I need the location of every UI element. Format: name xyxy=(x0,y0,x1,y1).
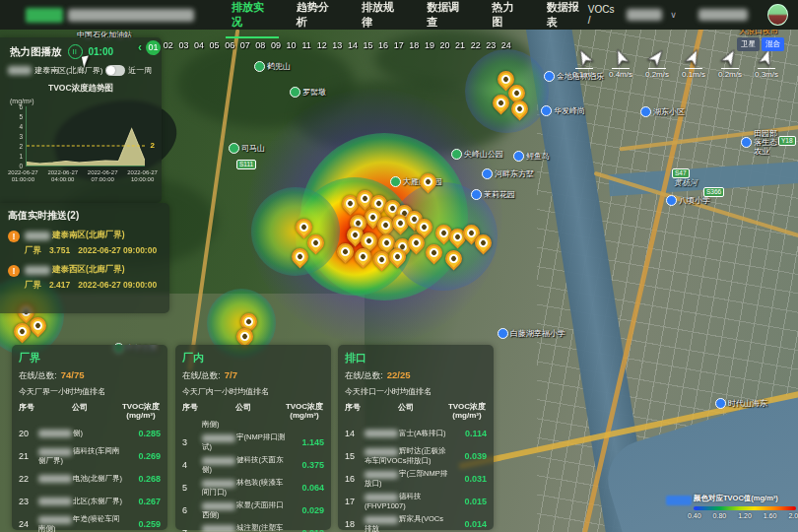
hour-chip-13[interactable]: 13 xyxy=(330,40,346,55)
hour-chip-17[interactable]: 17 xyxy=(391,40,407,55)
hour-chip-19[interactable]: 19 xyxy=(422,40,437,55)
company-redacted xyxy=(25,232,50,240)
wind-indicator: 0.3m/s xyxy=(754,47,779,79)
tvoc-value: 0.064 xyxy=(287,483,324,493)
map-label: 黄杨河 xyxy=(674,177,698,188)
rank-row[interactable]: 21德科技(车间南侧厂界)0.269 xyxy=(19,444,161,467)
rank-row[interactable]: 15辉时达(正极涂布车间VOCs排放口)0.039 xyxy=(345,444,487,467)
hour-chip-14[interactable]: 14 xyxy=(345,40,361,55)
rank-row[interactable]: 23北区(东侧厂界)0.267 xyxy=(19,490,161,512)
rank-row[interactable]: 16宇(三部NMP排放口)0.031 xyxy=(345,467,487,490)
company-redacted xyxy=(202,457,235,465)
map-pin[interactable] xyxy=(441,246,465,270)
rank-row[interactable]: 20侧)0.285 xyxy=(19,422,161,444)
map-pin[interactable] xyxy=(416,169,439,193)
rank-row[interactable]: 18辉家具(VOCs排放0.014 xyxy=(345,512,487,532)
rank-number: 7 xyxy=(182,528,202,532)
push-type: 厂界 xyxy=(25,245,41,257)
tvoc-value: 0.285 xyxy=(123,429,161,438)
panel-in-factory: 厂内 在线/总数:7/7 今天厂内一小时均值排名 序号 公司 TVOC浓度(mg… xyxy=(175,345,331,530)
map-pin[interactable] xyxy=(422,240,445,264)
poi-icon xyxy=(290,87,300,98)
poi-icon xyxy=(451,149,462,160)
hour-chip-24[interactable]: 24 xyxy=(499,40,514,55)
heat-legend: 颜色对应TVOC值(mg/m³) 0.400.80 1.201.60 2.00 xyxy=(666,494,798,519)
top-navbar: 排放实况 趋势分析 排放规律 数据调查 热力图 数据报表 VOCs / ∨ xyxy=(0,0,798,30)
hour-chip-18[interactable]: 18 xyxy=(407,40,423,55)
wind-speed: 0.2m/s xyxy=(645,70,669,79)
site-name-redacted xyxy=(8,66,32,75)
rank-row[interactable]: 6家显(天面排口西侧)0.029 xyxy=(182,499,324,521)
wrapped-text: 南侧) xyxy=(202,420,324,429)
nav-item-survey[interactable]: 数据调查 xyxy=(427,0,468,30)
hour-chip-10[interactable]: 10 xyxy=(284,40,299,55)
alert-icon: ! xyxy=(8,265,20,277)
map-label: 时代山海东 xyxy=(715,398,767,409)
poi-icon xyxy=(513,151,524,162)
pause-button[interactable]: || xyxy=(68,44,83,59)
hour-chip-06[interactable]: 06 xyxy=(222,40,237,55)
rank-row[interactable]: 4健科技(天面东侧)0.375 xyxy=(182,453,324,476)
nav-item-report[interactable]: 数据报表 xyxy=(547,0,588,30)
chevron-down-icon[interactable]: ∨ xyxy=(670,10,677,20)
hour-chip-08[interactable]: 08 xyxy=(253,40,269,55)
hour-chip-03[interactable]: 03 xyxy=(176,40,192,55)
chart-title: TVOC浓度趋势图 xyxy=(0,83,162,95)
map-type-hybrid-button[interactable]: 混合 xyxy=(762,37,784,51)
rank-row[interactable]: 22电池(北侧厂界)0.268 xyxy=(19,467,161,490)
hour-chip-07[interactable]: 07 xyxy=(237,40,253,55)
rank-row[interactable]: 14富士(A栋排口)0.114 xyxy=(345,422,487,444)
hour-chip-05[interactable]: 05 xyxy=(207,40,223,55)
nav-item-pattern[interactable]: 排放规律 xyxy=(362,0,403,30)
map-pin[interactable] xyxy=(288,244,311,268)
rank-row[interactable]: 7城注塑(注塑车间)0.012 xyxy=(182,521,324,532)
push-time: 2022-06-27 09:00:00 xyxy=(78,245,157,257)
hour-chip-04[interactable]: 04 xyxy=(191,40,207,55)
panel-title: 厂内 xyxy=(182,351,324,366)
hour-chip-15[interactable]: 15 xyxy=(361,40,376,55)
push-item[interactable]: ! 建泰南区(北廊厂界) 厂界 3.751 2022-06-27 09:00:0… xyxy=(8,230,169,257)
online-count: 74/75 xyxy=(61,369,85,380)
rank-number: 6 xyxy=(182,505,202,515)
wind-arrow-icon xyxy=(681,44,707,71)
tvoc-value: 0.267 xyxy=(123,497,161,506)
x-tick: 2022-06-2704:00:00 xyxy=(47,169,78,183)
hour-chip-23[interactable]: 23 xyxy=(483,40,499,55)
map-label: 罗髻墩 xyxy=(290,87,326,98)
rank-row[interactable]: 24年造(喷砼车间南侧)0.259 xyxy=(19,512,161,532)
panel-title: 厂界 xyxy=(19,351,161,366)
hour-chip-16[interactable]: 16 xyxy=(375,40,391,55)
tvoc-value: 0.375 xyxy=(287,460,324,470)
push-item[interactable]: ! 建泰西区(北廊厂界) 厂界 2.417 2022-06-27 09:00:0… xyxy=(8,264,169,292)
hour-chip-20[interactable]: 20 xyxy=(437,40,453,55)
high-value-push-panel: 高值实时推送(2) ! 建泰南区(北廊厂界) 厂界 3.751 2022-06-… xyxy=(0,203,169,313)
poi-icon xyxy=(471,189,482,200)
map-label: 湖东小区 xyxy=(640,106,685,117)
vocs-selected-value-redacted[interactable] xyxy=(627,9,663,21)
rank-row[interactable]: 17德科技(FHVP1007)0.015 xyxy=(345,490,487,512)
poi-icon xyxy=(666,195,677,206)
company-name: 侧) xyxy=(38,429,123,437)
hour-chip-09[interactable]: 09 xyxy=(268,40,284,55)
nav-item-heatmap[interactable]: 热力图 xyxy=(492,0,523,30)
nav-item-live[interactable]: 排放实况 xyxy=(232,0,273,30)
map-type-satellite-button[interactable]: 卫星 xyxy=(737,37,760,51)
rank-number: 22 xyxy=(19,474,38,484)
rank-row[interactable]: 5林包装(喷漆车间门口)0.064 xyxy=(182,476,324,499)
nav-item-trend[interactable]: 趋势分析 xyxy=(297,0,338,30)
range-toggle[interactable] xyxy=(105,65,125,76)
hour-chip-01[interactable]: 01 xyxy=(146,40,161,55)
avatar[interactable] xyxy=(767,4,788,26)
wind-speed: 0.4m/s xyxy=(609,70,632,79)
company-redacted xyxy=(365,471,398,479)
rank-number: 5 xyxy=(182,483,202,493)
hour-chip-02[interactable]: 02 xyxy=(161,40,176,55)
rank-row[interactable]: 3宇(NMP排口测试)1.145 xyxy=(182,431,324,453)
wind-indicator: 0.1m/s xyxy=(571,47,597,79)
hour-chip-21[interactable]: 21 xyxy=(452,40,468,55)
timeline-prev-icon[interactable]: ‹ xyxy=(138,40,142,54)
hour-chip-11[interactable]: 11 xyxy=(299,40,314,55)
hour-chip-22[interactable]: 22 xyxy=(468,40,484,55)
table-header: 序号 公司 TVOC浓度(mg/m³) xyxy=(19,402,161,420)
hour-chip-12[interactable]: 12 xyxy=(314,40,330,55)
